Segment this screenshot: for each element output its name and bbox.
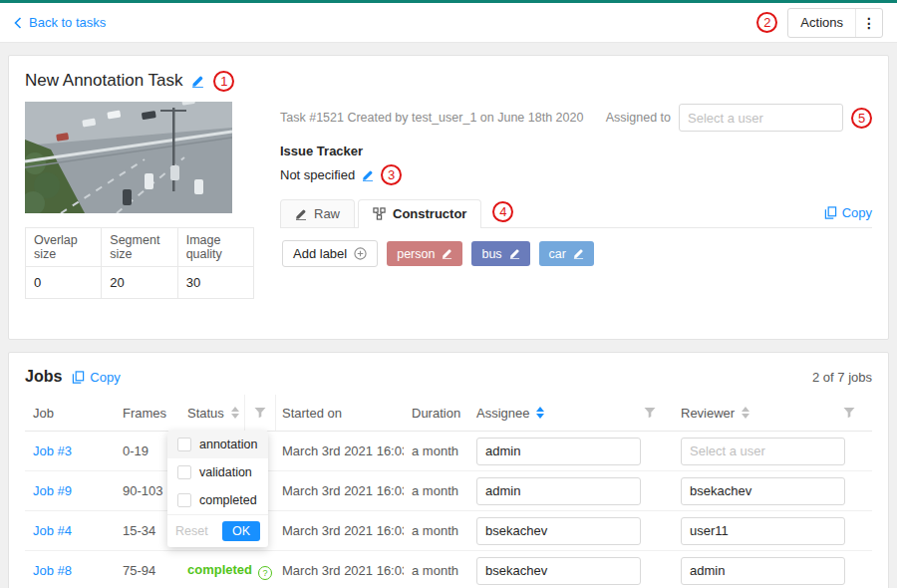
reviewer-sort-control[interactable] <box>742 407 749 419</box>
tab-raw[interactable]: Raw <box>280 199 355 227</box>
edit-label-icon[interactable] <box>442 248 452 259</box>
assignee-input[interactable] <box>476 517 641 545</box>
param-value-quality: 30 <box>177 267 253 299</box>
job-link[interactable]: Job #8 <box>33 563 72 578</box>
label-chip-person-text: person <box>397 247 435 261</box>
sort-up-icon <box>742 407 749 412</box>
task-preview-image <box>25 102 232 213</box>
label-chip-bus-text: bus <box>481 247 501 261</box>
task-details-card: New Annotation Task 1 <box>8 55 889 340</box>
actions-label: Actions <box>788 15 855 30</box>
filter-option-annotation[interactable]: annotation <box>167 431 268 458</box>
assignee-input[interactable] <box>476 557 641 585</box>
edit-issue-tracker-icon[interactable] <box>362 169 374 181</box>
annotation-circle-1: 1 <box>213 71 234 92</box>
task-assignee-input[interactable] <box>679 104 843 132</box>
job-link[interactable]: Job #4 <box>33 523 72 538</box>
label-chip-car-text: car <box>549 247 566 261</box>
issue-tracker-label: Issue Tracker <box>280 144 872 158</box>
column-status: Status <box>179 395 274 432</box>
job-link[interactable]: Job #9 <box>33 483 72 498</box>
param-header-quality: Image quality <box>177 228 253 267</box>
status-filter-icon[interactable] <box>244 395 276 431</box>
checkbox[interactable] <box>177 465 191 479</box>
jobs-title: Jobs <box>25 368 62 386</box>
back-chevron-icon <box>14 17 22 29</box>
assigned-to-group: Assigned to 5 <box>606 104 872 132</box>
filter-option-completed[interactable]: completed <box>167 486 268 514</box>
topbar-right: 2 Actions ⋮ <box>756 8 883 38</box>
issue-tracker-value: Not specified <box>280 167 355 182</box>
assignee-input[interactable] <box>476 438 641 465</box>
copy-labels-label: Copy <box>842 205 872 220</box>
jobs-table: Job Frames Status <box>25 395 872 588</box>
cvat-task-page: Back to tasks 2 Actions ⋮ New Annotation… <box>0 0 897 588</box>
job-row-4: Job #8 75-94 completed? March 3rd 2021 1… <box>25 551 872 588</box>
sort-down-icon <box>231 414 239 419</box>
filter-option-label: annotation <box>199 438 257 451</box>
jobs-table-header-row: Job Frames Status <box>25 395 872 432</box>
job-duration: a month <box>404 432 468 471</box>
edit-label-icon[interactable] <box>509 248 520 259</box>
jobs-count: 2 of 7 jobs <box>812 370 872 385</box>
assignee-filter-icon[interactable] <box>635 395 665 431</box>
tab-constructor[interactable]: Constructor <box>358 199 481 228</box>
filter-ok-button[interactable]: OK <box>222 521 260 541</box>
add-label-text: Add label <box>293 246 347 261</box>
checkbox[interactable] <box>177 493 191 507</box>
add-label-button[interactable]: Add label <box>282 240 378 267</box>
task-right-column: Task #1521 Created by test_user_1 on Jun… <box>280 102 872 299</box>
question-circle-icon[interactable]: ? <box>258 566 272 580</box>
copy-labels-link[interactable]: Copy <box>824 205 872 227</box>
issue-tracker-section: Issue Tracker Not specified 3 <box>280 144 872 185</box>
status-filter-dropdown: annotation validation completed Reset OK <box>167 431 268 547</box>
job-started: March 3rd 2021 16:03 <box>274 551 404 588</box>
column-duration: Duration <box>404 395 468 432</box>
filter-dropdown-footer: Reset OK <box>167 514 268 547</box>
tab-constructor-label: Constructor <box>393 206 466 221</box>
topbar: Back to tasks 2 Actions ⋮ <box>0 3 897 43</box>
task-parameters-table: Overlap size Segment size Image quality … <box>25 227 254 299</box>
reviewer-input[interactable] <box>681 438 845 465</box>
more-actions-icon[interactable]: ⋮ <box>856 15 882 31</box>
edit-title-icon[interactable] <box>191 75 204 88</box>
copy-icon <box>72 371 85 384</box>
param-value-segment: 20 <box>102 267 177 299</box>
jobs-header: Jobs Copy 2 of 7 jobs <box>25 365 872 389</box>
label-chip-bus[interactable]: bus <box>471 241 529 266</box>
reviewer-input[interactable] <box>681 477 845 505</box>
column-assignee: Assignee <box>468 395 673 432</box>
copy-jobs-link[interactable]: Copy <box>72 370 120 385</box>
assignee-sort-control[interactable] <box>536 407 544 419</box>
param-header-overlap: Overlap size <box>26 228 102 267</box>
actions-button[interactable]: Actions ⋮ <box>787 8 883 38</box>
edit-label-icon[interactable] <box>573 248 584 259</box>
status-completed-text: completed <box>187 562 252 577</box>
job-row-3: Job #4 15-34 March 3rd 2021 16:03 a mont… <box>25 511 872 551</box>
checkbox[interactable] <box>177 438 191 451</box>
filter-option-validation[interactable]: validation <box>167 458 268 486</box>
reviewer-input[interactable] <box>681 557 845 585</box>
assigned-to-label: Assigned to <box>606 111 671 125</box>
filter-option-label: completed <box>199 493 257 507</box>
annotation-circle-3: 3 <box>381 164 402 185</box>
assignee-input[interactable] <box>476 477 641 505</box>
job-row-2: Job #9 90-103 March 3rd 2021 16:03 a mon… <box>25 471 872 511</box>
reviewer-input[interactable] <box>681 517 845 545</box>
reviewer-filter-icon[interactable] <box>834 395 864 431</box>
pencil-icon <box>295 208 307 220</box>
label-chip-person[interactable]: person <box>387 241 462 266</box>
filter-reset-button[interactable]: Reset <box>175 524 208 538</box>
job-link[interactable]: Job #3 <box>33 443 72 458</box>
status-sort-control[interactable] <box>231 407 239 419</box>
task-meta: Task #1521 Created by test_user_1 on Jun… <box>280 111 583 125</box>
back-to-tasks-link[interactable]: Back to tasks <box>14 15 106 30</box>
plus-circle-icon <box>354 247 367 260</box>
annotation-circle-4: 4 <box>492 201 513 222</box>
label-chip-car[interactable]: car <box>539 241 594 266</box>
job-started: March 3rd 2021 16:03 <box>274 432 404 471</box>
job-status: completed? <box>179 551 274 588</box>
sort-down-icon <box>536 414 544 419</box>
task-title-row: New Annotation Task 1 <box>25 68 872 94</box>
param-header-segment: Segment size <box>102 228 177 267</box>
